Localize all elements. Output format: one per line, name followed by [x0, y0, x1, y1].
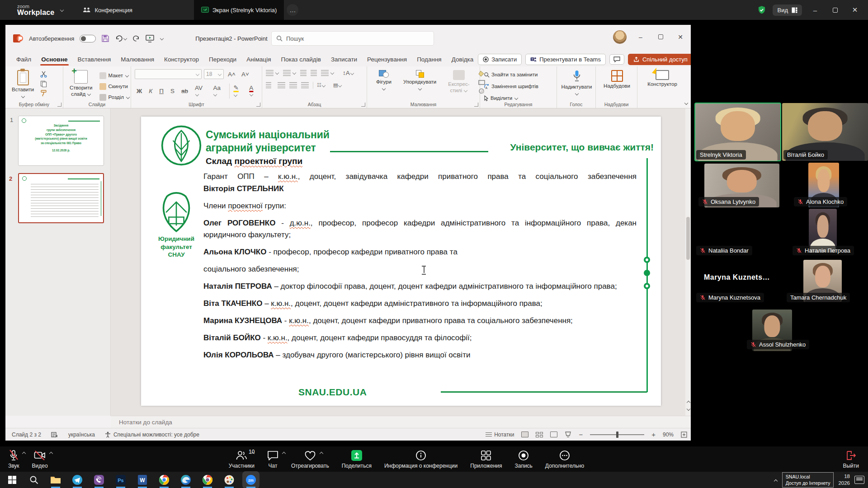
slide-text-body[interactable]: Гарант ОПП – к.ю.н., доцент, завідувачка…: [203, 171, 637, 366]
slide-editor[interactable]: Сумський національний аграрний університ…: [141, 117, 661, 406]
shapes-button[interactable]: Фігури: [373, 69, 394, 92]
redo-icon[interactable]: [132, 35, 140, 42]
layout-button[interactable]: Макет: [99, 71, 129, 80]
dictate-button[interactable]: Надиктувати: [561, 69, 593, 97]
chat-button[interactable]: Чат: [267, 450, 278, 469]
undo-button[interactable]: [115, 35, 127, 42]
hidden-icons-button[interactable]: [774, 478, 778, 482]
ribbon-tab-10[interactable]: Подання: [412, 53, 446, 66]
zoom-in-button[interactable]: +: [651, 431, 656, 438]
zoom-slider-thumb[interactable]: [616, 432, 618, 438]
copy-icon[interactable]: [40, 80, 47, 87]
record-presentation-button[interactable]: Записати: [478, 54, 522, 65]
clipboard-dialog-launcher[interactable]: [57, 103, 61, 107]
italic-button[interactable]: К: [147, 87, 154, 95]
more-button[interactable]: Дополнительно: [545, 450, 584, 469]
taskbar-zoom-icon[interactable]: zm: [245, 474, 257, 486]
ribbon-tab-5[interactable]: Переходи: [204, 53, 241, 66]
ribbon-tab-6[interactable]: Анімація: [242, 53, 275, 66]
columns-button[interactable]: ☷: [313, 82, 327, 89]
zoom-slider[interactable]: [590, 434, 644, 435]
taskbar-search-button[interactable]: [28, 474, 40, 486]
taskbar-edge-icon[interactable]: [180, 474, 192, 486]
cut-icon[interactable]: [40, 71, 47, 78]
designer-button[interactable]: Конструктор: [641, 69, 684, 89]
taskbar-explorer-icon[interactable]: [50, 474, 61, 486]
slide-2-thumbnail[interactable]: [18, 173, 104, 223]
zoom-workplace-logo[interactable]: zoom Workplace: [0, 4, 57, 16]
action-center-icon[interactable]: [854, 476, 864, 484]
tab-meeting[interactable]: Конференция: [75, 0, 139, 20]
font-name-select[interactable]: [135, 69, 202, 79]
taskbar-chrome-profile-icon[interactable]: [202, 474, 213, 486]
decrease-font-button[interactable]: A˅: [240, 70, 251, 78]
taskbar-clock[interactable]: 18 2026: [838, 473, 850, 487]
ribbon-tab-3[interactable]: Малювання: [116, 53, 159, 66]
view-button[interactable]: Вид: [773, 5, 802, 16]
taskbar-word-icon[interactable]: W: [137, 474, 148, 486]
video-button[interactable]: Видео: [32, 450, 48, 469]
ppt-minimize-button[interactable]: –: [635, 33, 646, 41]
ribbon-tab-9[interactable]: Рецензування: [363, 53, 411, 66]
find-replace-button[interactable]: Знайти та замінити: [484, 70, 554, 79]
format-painter-icon[interactable]: [40, 90, 47, 97]
ribbon-tab-1[interactable]: Основне: [37, 53, 72, 66]
chevron-up-icon[interactable]: [282, 450, 286, 455]
reset-button[interactable]: Скинути: [99, 82, 129, 91]
ppt-maximize-button[interactable]: [655, 33, 666, 41]
ppt-close-button[interactable]: ✕: [675, 33, 686, 41]
paste-button[interactable]: Вставити: [9, 69, 37, 99]
taskbar-paint-icon[interactable]: [223, 474, 235, 486]
taskbar-telegram-icon[interactable]: [71, 474, 83, 486]
participants-button[interactable]: 10Участники: [229, 450, 255, 469]
taskbar-chrome-icon[interactable]: [158, 474, 170, 486]
chevron-up-icon[interactable]: [250, 450, 255, 455]
fit-to-window-button[interactable]: [681, 432, 687, 438]
drawing-dialog-launcher[interactable]: [474, 103, 478, 107]
present-in-teams-button[interactable]: T Презентувати в Teams: [525, 54, 606, 65]
paragraph-dialog-launcher[interactable]: [361, 103, 365, 107]
comments-button[interactable]: [609, 54, 624, 65]
tab-screen-share[interactable]: Экран (Strelnyk Viktoria): [194, 0, 284, 20]
align-left-icon[interactable]: [266, 82, 274, 88]
language-indicator[interactable]: українська: [68, 432, 95, 438]
align-center-icon[interactable]: [278, 82, 285, 88]
leave-button[interactable]: Выйти: [843, 450, 859, 469]
replace-fonts-button[interactable]: A Замінення шрифтів: [484, 82, 554, 91]
chevron-up-icon[interactable]: [49, 450, 53, 455]
audio-button[interactable]: Звук: [8, 450, 19, 469]
ribbon-tab-2[interactable]: Вставлення: [73, 53, 116, 66]
strikethrough-button[interactable]: ab: [179, 87, 190, 95]
change-case-button[interactable]: Aa: [211, 84, 226, 99]
record-button[interactable]: Запись: [514, 450, 532, 469]
font-dialog-launcher[interactable]: [256, 103, 260, 107]
maximize-button[interactable]: [828, 6, 842, 14]
select-button[interactable]: Виділити: [484, 94, 554, 103]
accessibility-status[interactable]: Спеціальні можливості: усе добре: [105, 432, 199, 438]
chevron-up-icon[interactable]: [319, 450, 323, 455]
apps-button[interactable]: Приложения: [470, 450, 502, 469]
text-direction-button[interactable]: ↕A: [341, 69, 356, 77]
align-right-icon[interactable]: [289, 82, 297, 88]
quick-styles-button[interactable]: Експрес-стилі: [445, 69, 472, 95]
zoom-out-button[interactable]: −: [579, 431, 583, 438]
increase-indent-icon[interactable]: [311, 70, 317, 76]
share-screen-button[interactable]: Поделиться: [342, 450, 372, 469]
close-button[interactable]: ✕: [848, 6, 862, 14]
reactions-button[interactable]: Отреагировать: [291, 450, 329, 469]
scrollbar-thumb[interactable]: [686, 217, 690, 260]
user-avatar[interactable]: [613, 30, 627, 44]
new-slide-button[interactable]: Створитислайд: [67, 69, 95, 102]
ribbon-tab-11[interactable]: Довідка: [447, 53, 478, 66]
network-status[interactable]: SNAU.local Доступ до Інтернету: [782, 472, 834, 488]
justify-icon[interactable]: [301, 82, 309, 88]
font-size-select[interactable]: 18: [204, 69, 224, 79]
ribbon-tab-7[interactable]: Показ слайдів: [276, 53, 325, 66]
ribbon-tab-0[interactable]: Файл: [12, 53, 36, 66]
increase-font-button[interactable]: A˄: [226, 70, 237, 78]
collapse-ribbon-button[interactable]: [684, 101, 688, 105]
text-shadow-button[interactable]: S: [169, 87, 176, 95]
autosave-toggle[interactable]: [80, 35, 96, 42]
section-button[interactable]: Розділ: [99, 93, 129, 102]
underline-button[interactable]: П: [157, 87, 165, 95]
